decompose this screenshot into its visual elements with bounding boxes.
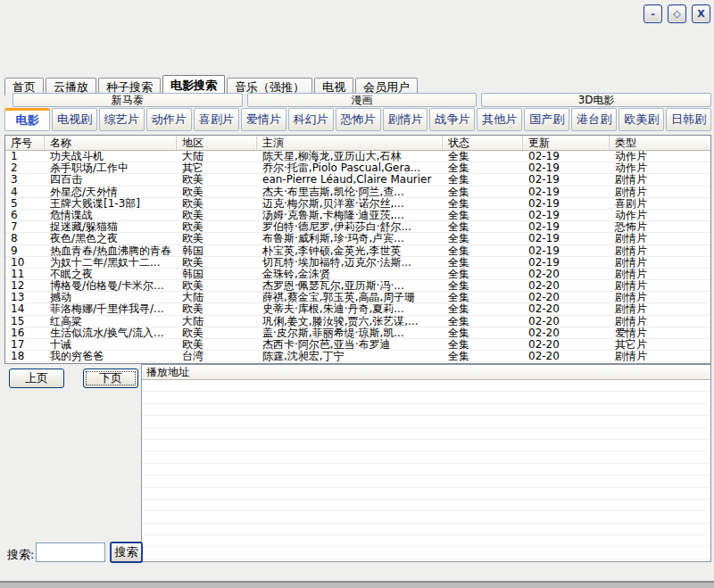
table-row[interactable]: 16生活似流水/换气/流入...欧美盖·皮尔斯,菲丽希缇·琼斯,凯...全集02… (5, 327, 710, 339)
cell-title: 博格曼/伯格曼/卡米尔... (45, 280, 177, 292)
cell-cast: 盖·皮尔斯,菲丽希缇·琼斯,凯... (257, 327, 443, 339)
category-movie[interactable]: 电影 (4, 108, 50, 131)
category-drama[interactable]: 剧情片 (383, 108, 428, 131)
cell-title: 红高粱 (45, 316, 177, 327)
cell-index: 6 (5, 210, 45, 221)
column-header-updated[interactable]: 更新 (523, 136, 610, 150)
cell-index: 14 (5, 303, 45, 315)
table-row[interactable]: 15红高粱大陆巩俐,姜文,滕汝骏,贾六,张艺谋,...全集02-20剧情片 (5, 316, 710, 327)
table-row[interactable]: 9热血青春/热血沸腾的青春韩国朴宝英,李钟硕,金英光,李世英全集02-19剧情片 (5, 245, 710, 257)
cell-status: 全集 (443, 292, 523, 303)
cell-updated: 02-20 (523, 316, 610, 327)
search-button[interactable]: 搜索 (110, 542, 143, 563)
table-row[interactable]: 1功夫战斗机大陆陈天星,柳海龙,亚历山大,石林全集02-19动作片 (5, 151, 710, 162)
cell-updated: 02-19 (523, 257, 610, 269)
cell-region: 欧美 (177, 186, 257, 198)
cell-status: 全集 (443, 245, 523, 257)
search-input[interactable] (36, 542, 105, 562)
column-header-genre[interactable]: 类型 (610, 136, 710, 150)
category-domestic-series[interactable]: 国产剧 (524, 108, 569, 131)
next-page-button[interactable]: 下页 (83, 369, 138, 388)
cell-updated: 02-19 (523, 210, 610, 221)
cell-cast: 乔尔·托雷,Piolo Pascual,Gera... (257, 162, 443, 174)
table-row[interactable]: 8夜色/黑色之夜欧美布鲁斯·威利斯,珍·玛奇,卢宾...全集02-19剧情片 (5, 233, 710, 244)
play-address-empty-row (142, 380, 710, 392)
table-row[interactable]: 17十诫欧美杰西卡·阿尔芭,亚当·布罗迪全集02-20其它片 (5, 339, 710, 351)
table-row[interactable]: 4外星恋/天外情欧美杰夫·布里吉斯,凯伦·阿兰,查...全集02-19剧情片 (5, 186, 710, 198)
section-tab-3d-movie[interactable]: 3D电影 (481, 93, 711, 107)
table-row[interactable]: 12博格曼/伯格曼/卡米尔...欧美杰罗恩·佩瑟瓦尔,亚历斯·冯·...全集02… (5, 280, 710, 292)
category-other[interactable]: 其他片 (477, 108, 522, 131)
category-variety[interactable]: 综艺片 (99, 108, 145, 131)
category-comedy[interactable]: 喜剧片 (194, 108, 239, 131)
play-address-empty-row (142, 500, 710, 511)
table-row[interactable]: 13撼动大陆薛祺,蔡金宝,郭玉英,高晶,周子珊全集02-20剧情片 (5, 292, 710, 303)
column-header-index[interactable]: 序号 (5, 136, 45, 150)
section-tab-manhua[interactable]: 漫画 (247, 93, 477, 107)
cell-updated: 02-20 (523, 327, 610, 339)
column-header-region[interactable]: 地区 (177, 136, 257, 150)
bottom-strip (0, 583, 714, 588)
table-row[interactable]: 5王牌大贱谍[1-3部]欧美迈克·梅尔斯,贝洋塞·诺尔丝,...全集02-19喜… (5, 198, 710, 210)
play-address-empty-row (142, 511, 710, 523)
cell-status: 全集 (443, 174, 523, 186)
category-war[interactable]: 战争片 (429, 108, 475, 131)
category-scifi[interactable]: 科幻片 (288, 108, 334, 131)
play-address-list[interactable] (142, 380, 710, 559)
cell-title: 为奴十二年/黑奴十二... (45, 257, 177, 269)
cell-title: 外星恋/天外情 (45, 186, 177, 198)
cell-title: 四百击 (45, 174, 177, 186)
cell-updated: 02-20 (523, 269, 610, 280)
column-header-cast[interactable]: 主演 (257, 136, 443, 150)
cell-index: 5 (5, 198, 45, 210)
table-row[interactable]: 7捉迷藏/躲猫猫欧美罗伯特·德尼罗,伊莉莎白·舒尔...全集02-19恐怖片 (5, 221, 710, 233)
cell-region: 台湾 (177, 351, 257, 362)
cell-index: 18 (5, 351, 45, 362)
cell-region: 大陆 (177, 151, 257, 162)
cell-genre: 剧情片 (610, 316, 710, 327)
cell-status: 全集 (443, 210, 523, 221)
category-jp-kr-series[interactable]: 日韩剧 (666, 108, 711, 131)
cell-genre: 喜剧片 (610, 198, 710, 210)
table-row[interactable]: 11不眠之夜韩国金珠铃,金洙贤全集02-20剧情片 (5, 269, 710, 280)
section-tab-xin-ma-tai[interactable]: 新马泰 (12, 93, 243, 107)
cell-updated: 02-19 (523, 233, 610, 244)
cell-title: 菲洛梅娜/千里伴我寻/... (45, 303, 177, 315)
column-header-title[interactable]: 名称 (45, 136, 177, 150)
table-row[interactable]: 18我的穷爸爸台湾陈霆,沈昶宏,丁宁全集02-20剧情片 (5, 351, 710, 362)
cell-updated: 02-20 (523, 280, 610, 292)
play-address-empty-row (142, 547, 710, 559)
category-romance[interactable]: 爱情片 (241, 108, 286, 131)
column-header-status[interactable]: 状态 (443, 136, 523, 150)
category-horror[interactable]: 恐怖片 (336, 108, 381, 131)
cell-cast: 切瓦特·埃加福特,迈克尔·法斯... (257, 257, 443, 269)
cell-status: 全集 (443, 280, 523, 292)
category-western-series[interactable]: 欧美剧 (619, 108, 664, 131)
prev-page-button[interactable]: 上页 (9, 369, 64, 388)
cell-cast: 史蒂夫·库根,朱迪·丹奇,夏莉... (257, 303, 443, 315)
cell-genre: 恐怖片 (610, 221, 710, 233)
restore-button[interactable]: ◇ (668, 4, 686, 23)
table-row[interactable]: 6危情谍战欧美汤姆·克鲁斯,卡梅隆·迪亚茨,...全集02-19动作片 (5, 210, 710, 221)
table-row[interactable]: 14菲洛梅娜/千里伴我寻/...欧美史蒂夫·库根,朱迪·丹奇,夏莉...全集02… (5, 303, 710, 315)
cell-title: 夜色/黑色之夜 (45, 233, 177, 244)
cell-updated: 02-20 (523, 303, 610, 315)
table-row[interactable]: 10为奴十二年/黑奴十二...欧美切瓦特·埃加福特,迈克尔·法斯...全集02-… (5, 257, 710, 269)
close-button[interactable]: X (692, 4, 710, 23)
cell-updated: 02-19 (523, 174, 610, 186)
cell-index: 8 (5, 233, 45, 244)
cell-status: 全集 (443, 233, 523, 244)
minimize-button[interactable]: - (643, 4, 662, 23)
category-hk-tw-series[interactable]: 港台剧 (571, 108, 617, 131)
category-tv-series[interactable]: 电视剧 (52, 108, 97, 131)
cell-status: 全集 (443, 186, 523, 198)
cell-index: 7 (5, 221, 45, 233)
cell-genre: 剧情片 (610, 269, 710, 280)
cell-updated: 02-19 (523, 186, 610, 198)
cell-updated: 02-20 (523, 292, 610, 303)
cell-cast: 杰西卡·阿尔芭,亚当·布罗迪 (257, 339, 443, 351)
cell-title: 撼动 (45, 292, 177, 303)
table-row[interactable]: 3四百击欧美ean-Pierre Léaud,Claire Maurier全集0… (5, 174, 710, 186)
table-row[interactable]: 2杀手职场/工作中其它乔尔·托雷,Piolo Pascual,Gera...全集… (5, 162, 710, 174)
category-action[interactable]: 动作片 (146, 108, 192, 131)
